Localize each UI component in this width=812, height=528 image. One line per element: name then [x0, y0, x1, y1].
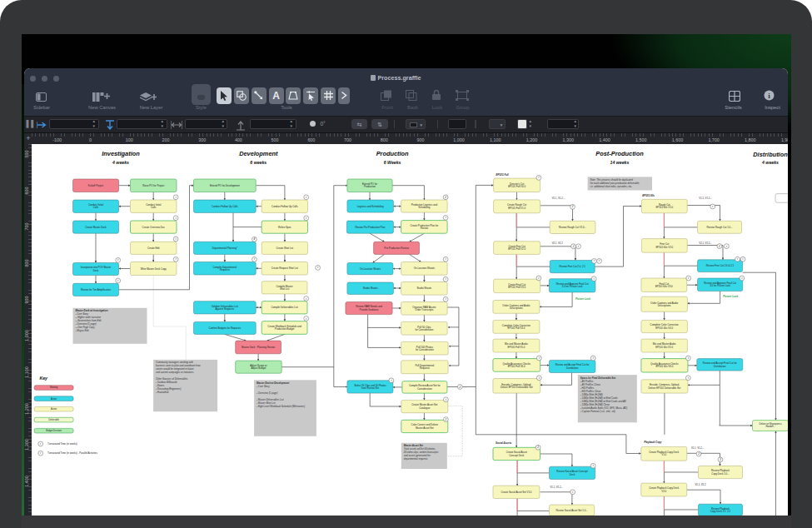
svg-text:14 weeks: 14 weeks	[610, 160, 629, 165]
svg-text:Copy Deck 1.0...: Copy Deck 1.0...	[711, 472, 729, 476]
svg-text:Kickoff Project: Kickoff Project	[87, 184, 103, 187]
svg-text:On-Location Shoots: On-Location Shoots	[359, 267, 381, 271]
svg-text:EP101 60s V1.0: EP101 60s V1.0	[655, 206, 673, 209]
svg-text:6 weeks: 6 weeks	[250, 160, 267, 165]
svg-text:t: t	[175, 258, 176, 262]
svg-text:V1.0: V1.0	[661, 453, 666, 456]
svg-text:EP101 60s V5.0: EP101 60s V5.0	[655, 346, 673, 349]
svg-text:Deliver EP101 Deliverable Set: Deliver EP101 Deliverable Set	[648, 386, 680, 390]
svg-text:Review Social Asset Set 1.0...: Review Social Asset Set 1.0...	[555, 509, 587, 512]
svg-text:Review Fine Cut 2.0 & 2.1: Review Fine Cut 2.0 & 2.1	[705, 264, 734, 267]
svg-text:Studio Shoots: Studio Shoots	[362, 286, 377, 290]
svg-text:3.0 for Picture Lock: 3.0 for Picture Lock	[561, 285, 582, 288]
svg-text:t: t	[741, 276, 742, 280]
svg-text:Create Overview Doc: Create Overview Doc	[142, 226, 165, 229]
svg-text:Review for Tier Amplification: Review for Tier Amplification	[80, 288, 111, 291]
svg-text:Review Rough Cut 1.0...: Review Rough Cut 1.0...	[706, 226, 732, 229]
svg-text:Pre-Production Review: Pre-Production Review	[384, 247, 409, 250]
svg-text:Review: Review	[420, 227, 428, 230]
svg-text:V1.1, V1.2...: V1.1, V1.2...	[550, 486, 563, 489]
svg-text:Catalogue: Catalogue	[419, 406, 431, 410]
svg-text:EP101 60s V3.0: EP101 60s V3.0	[655, 285, 672, 288]
svg-text:Create Master Deck: Create Master Deck	[85, 226, 107, 229]
svg-text:Create Shot List: Create Shot List	[276, 247, 293, 250]
svg-text:Create Request Shot List: Create Request Shot List	[271, 266, 297, 270]
svg-text:t: t	[538, 376, 539, 380]
svg-text:Deck: Deck	[92, 269, 98, 272]
svg-text:t: t	[253, 258, 254, 262]
svg-text:Deliverable: Deliverable	[48, 418, 59, 421]
svg-text:- Overview (1 page): - Overview (1 page)	[257, 391, 277, 395]
svg-text:Extend PO for Development: Extend PO for Development	[209, 184, 239, 187]
svg-text:Review Rough Cut V1.0...: Review Rough Cut V1.0...	[559, 226, 586, 229]
svg-text:Picture Lock: Picture Lock	[575, 297, 590, 301]
svg-text:t: t	[687, 356, 688, 360]
svg-text:t: t	[175, 196, 176, 199]
svg-text:- Hackathon: - Hackathon	[156, 391, 169, 394]
svg-text:Distribution: Distribution	[753, 152, 788, 159]
svg-text:Playback Copy: Playback Copy	[644, 441, 662, 444]
svg-text:Production: Production	[364, 185, 376, 188]
svg-text:V1.1, V1.2...: V1.1, V1.2...	[551, 197, 565, 200]
svg-text:V2.0: V2.0	[661, 490, 666, 493]
svg-text:t: t	[391, 379, 391, 382]
svg-text:EP101 Full V3.0: EP101 Full V3.0	[508, 286, 526, 289]
svg-text:Turnaround Time (in weeks) - P: Turnaround Time (in weeks) - Parallel Ac…	[47, 451, 97, 455]
svg-text:Picture Lock: Picture Lock	[723, 295, 738, 298]
svg-text:Studio Shoots: Studio Shoots	[416, 286, 431, 290]
svg-text:Distribution: Distribution	[714, 365, 726, 368]
svg-text:V2.1, V2.2...: V2.1, V2.2...	[699, 242, 712, 245]
svg-text:EP101 Full V6.0: EP101 Full V6.0	[507, 365, 525, 368]
svg-text:and current campaigns or initi: and current campaigns or initiatives.	[156, 371, 194, 374]
svg-text:Distribution: Distribution	[565, 366, 578, 370]
svg-text:Social Assets: Social Assets	[495, 441, 511, 445]
svg-text:4 weeks: 4 weeks	[112, 160, 129, 165]
svg-text:2: 2	[697, 452, 700, 456]
svg-text:EP101 Full V1.0: EP101 Full V1.0	[508, 207, 526, 210]
svg-text:Departmental Planning*: Departmental Planning*	[212, 247, 237, 250]
svg-text:- Core Story: - Core Story	[257, 385, 270, 388]
svg-text:Requests: Requests	[219, 268, 230, 271]
svg-text:- High Level Workback Schedule: - High Level Workback Schedule (Mileston…	[257, 405, 305, 408]
svg-text:EP101 60s V4.0: EP101 60s V4.0	[655, 326, 673, 330]
svg-text:2: 2	[718, 245, 720, 248]
svg-text:Against Requests: Against Requests	[215, 307, 234, 311]
svg-text:EP101 60s V2.0: EP101 60s V2.0	[655, 246, 673, 249]
svg-text:EP101 Full V4.0: EP101 Full V4.0	[507, 326, 525, 330]
svg-text:Deck: Deck	[569, 473, 575, 476]
svg-text:for Consideration: for Consideration	[415, 348, 433, 351]
svg-text:V1.1, V1.2...: V1.1, V1.2...	[699, 197, 712, 200]
svg-text:2: 2	[458, 386, 461, 389]
svg-text:from Review Set: from Review Set	[361, 386, 378, 390]
svg-text:Investigation: Investigation	[102, 150, 140, 157]
svg-text:V2.1, V2.2: V2.1, V2.2	[551, 242, 562, 245]
svg-text:- Caption Formats (.srt, .itml: - Caption Formats (.srt, .itml, .vtt)	[580, 410, 615, 413]
svg-text:t: t	[175, 217, 176, 220]
svg-text:2: 2	[444, 418, 446, 421]
svg-text:t: t	[538, 356, 539, 360]
svg-text:t: t	[445, 277, 446, 281]
svg-text:Conduct Follow Up Calls: Conduct Follow Up Calls	[212, 205, 238, 208]
svg-text:Turnaround Time (in weeks): Turnaround Time (in weeks)	[47, 442, 77, 446]
svg-text:EP101 Full V2.0: EP101 Full V2.0	[508, 247, 526, 251]
svg-text:Scheduling: Scheduling	[418, 206, 431, 209]
svg-text:Key: Key	[39, 376, 48, 381]
svg-text:Consideration: Consideration	[417, 387, 432, 391]
svg-text:EP101 Full V0.0: EP101 Full V0.0	[508, 185, 526, 188]
svg-text:V1.1, V1.2...: V1.1, V1.2...	[690, 446, 704, 450]
svg-text:On-Location Shoots: On-Location Shoots	[413, 266, 435, 270]
svg-text:Development: Development	[239, 150, 278, 157]
svg-text:Order Transcripts: Order Transcripts	[415, 308, 434, 311]
svg-text:Production Budget: Production Budget	[274, 327, 294, 331]
svg-text:EP101 60s: EP101 60s	[642, 194, 655, 197]
svg-text:departmental requests: departmental requests	[403, 457, 427, 461]
svg-text:Concept Deck: Concept Deck	[509, 454, 525, 457]
svg-text:i.e. additional short edits, e: i.e. additional short edits, episodes, e…	[590, 185, 632, 188]
svg-text:Master Asset Set: Master Asset Set	[415, 426, 433, 430]
svg-text:4 weeks: 4 weeks	[761, 160, 779, 165]
svg-text:Provide Guidance: Provide Guidance	[359, 308, 378, 311]
svg-text:Raise PO for Project: Raise PO for Project	[142, 184, 164, 187]
svg-text:Calls: Calls	[92, 206, 98, 209]
svg-text:Conduct Follow Up Calls: Conduct Follow Up Calls	[271, 205, 298, 208]
svg-text:Action: Action	[51, 407, 57, 411]
